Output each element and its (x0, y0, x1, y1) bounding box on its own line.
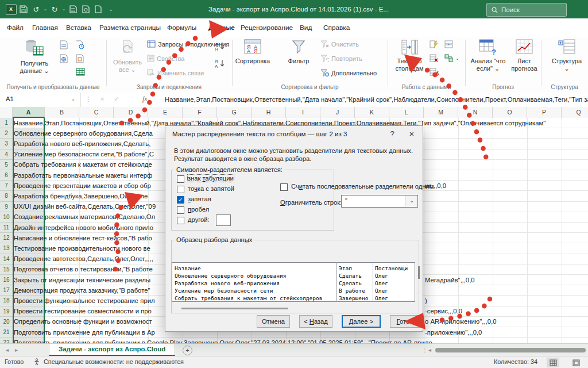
delimiter-checkbox-1[interactable] (177, 175, 184, 183)
name-box[interactable]: A1 ⌄ (0, 93, 81, 107)
redo-dropdown-icon[interactable]: ⌄ (61, 3, 67, 16)
tabbar-splitter-icon[interactable]: ⋮ (422, 344, 428, 356)
tab-Главная[interactable]: Главная (30, 18, 60, 37)
tab-Разметка страницы[interactable]: Разметка страницы (98, 18, 163, 37)
tab-Рецензирование[interactable]: Рецензирование (239, 18, 295, 37)
column-header-C[interactable]: C (79, 107, 114, 118)
row-header-6[interactable]: 6 (0, 170, 13, 181)
tab-Справка[interactable]: Справка (322, 18, 351, 37)
row-header-14[interactable]: 14 (0, 254, 13, 264)
page-layout-view-icon[interactable] (570, 358, 582, 367)
row-header-13[interactable]: 13 (0, 243, 13, 254)
column-header-J[interactable]: J (320, 107, 355, 118)
sort-asc-icon[interactable]: АЯ (215, 41, 226, 51)
row-header-8[interactable]: 8 (0, 191, 13, 201)
normal-view-icon[interactable] (547, 358, 559, 367)
column-header-B[interactable]: B (45, 107, 79, 118)
next-button[interactable]: Далее > (342, 315, 381, 328)
tab-Формулы[interactable]: Формулы (165, 18, 198, 37)
column-header-F[interactable]: F (183, 107, 217, 118)
column-header-O[interactable]: O (493, 107, 527, 118)
cancel-button[interactable]: Отмена (257, 315, 290, 328)
row-header-4[interactable]: 4 (0, 150, 13, 160)
row-header-19[interactable]: 19 (0, 306, 13, 317)
column-header-P[interactable]: P (527, 107, 562, 118)
row-header-9[interactable]: 9 (0, 202, 13, 212)
row-header-12[interactable]: 12 (0, 233, 13, 243)
other-delimiter-input[interactable] (216, 214, 231, 226)
delimiter-checkbox-5[interactable] (177, 217, 184, 224)
delimiter-checkbox-2[interactable] (177, 186, 184, 193)
sort-desc-icon[interactable]: ЯА (215, 59, 226, 68)
tab-Данные[interactable]: Данные (207, 18, 237, 39)
tab-Файл[interactable]: Файл (5, 18, 25, 37)
relationships-icon[interactable]: ⌄ (444, 54, 459, 62)
dialog-help-button[interactable]: ? (382, 126, 402, 142)
from-text-csv-icon[interactable] (60, 40, 68, 49)
column-header-A[interactable]: A (13, 107, 45, 118)
qat-customize-icon[interactable]: ⌄ (105, 3, 117, 16)
new-sheet-button[interactable]: + (183, 346, 192, 355)
remove-duplicates-icon[interactable] (430, 54, 439, 62)
column-header-Q[interactable]: Q (562, 107, 588, 118)
row-header-5[interactable]: 5 (0, 160, 13, 170)
hscroll-left-icon[interactable]: ◂ (428, 344, 431, 356)
delimiter-checkbox-3[interactable]: ✓ (177, 196, 184, 204)
sheet-nav-left-icon[interactable]: ◂ (6, 344, 9, 356)
select-all-corner[interactable] (0, 107, 13, 118)
insert-function-icon[interactable]: fx (142, 95, 148, 103)
consolidate-icon[interactable] (444, 40, 453, 48)
column-header-E[interactable]: E (148, 107, 183, 118)
flash-fill-icon[interactable] (430, 40, 438, 48)
column-header-K[interactable]: K (355, 107, 389, 118)
undo-icon[interactable]: ↺ (30, 3, 42, 16)
column-header-I[interactable]: I (286, 107, 320, 118)
text-qualifier-dropdown-icon[interactable]: ⌄ (405, 195, 417, 207)
row-header-17[interactable]: 17 (0, 285, 13, 296)
formula-input[interactable]: Название,Этап,Постановщик,Ответственный,… (165, 93, 588, 107)
accessibility-status[interactable]: Специальные возможности: не поддерживают… (44, 358, 184, 365)
row-header-11[interactable]: 11 (0, 223, 13, 233)
row-header-1[interactable]: 1 (0, 118, 13, 128)
back-button[interactable]: < Назад (299, 315, 332, 328)
search-input[interactable]: Поиск (486, 3, 567, 17)
column-header-N[interactable]: N (458, 107, 493, 118)
forecast-sheet-button[interactable]: Листпрогноза (509, 39, 540, 72)
column-header-L[interactable]: L (389, 107, 424, 118)
row-header-16[interactable]: 16 (0, 275, 13, 285)
row-header-21[interactable]: 21 (0, 327, 13, 338)
row-header-18[interactable]: 18 (0, 296, 13, 306)
data-validation-icon[interactable] (430, 68, 439, 76)
undo-dropdown-icon[interactable]: ⌄ (42, 3, 48, 16)
get-data-button[interactable]: Получитьданные ⌄ (13, 39, 56, 75)
from-table-range-icon[interactable] (76, 68, 85, 76)
existing-connections-icon[interactable] (76, 54, 84, 63)
recent-sources-icon[interactable] (76, 40, 84, 49)
row-header-15[interactable]: 15 (0, 264, 13, 275)
name-box-dropdown-icon[interactable]: ⌄ (71, 97, 75, 102)
what-if-analysis-button[interactable]: ? Анализ "чтоесли" ⌄ (470, 39, 506, 72)
preview-horizontal-scrollbar[interactable] (181, 308, 288, 309)
filter-button[interactable]: Фильтр (283, 39, 315, 65)
tab-Вставка[interactable]: Вставка (64, 18, 93, 37)
print-preview-icon[interactable] (79, 3, 92, 16)
row-header-10[interactable]: 10 (0, 212, 13, 223)
save-icon[interactable] (17, 3, 30, 16)
row-header-2[interactable]: 2 (0, 128, 13, 139)
row-header-7[interactable]: 7 (0, 181, 13, 191)
sort-dialog-button[interactable]: ЯА АЯ Сортировка (232, 39, 273, 65)
text-to-columns-button[interactable]: Текст постолбцам (390, 39, 428, 72)
excel-app-icon[interactable]: X (5, 3, 17, 16)
count-indicator[interactable]: Количество: 34 (494, 358, 537, 365)
treat-consecutive-checkbox[interactable] (280, 183, 288, 191)
row-header-22[interactable]: 22 (0, 338, 13, 343)
finish-button[interactable]: Готово (390, 315, 423, 328)
print-icon[interactable] (67, 3, 79, 16)
outline-button[interactable]: Структура⌄ (548, 39, 585, 72)
column-header-G[interactable]: G (217, 107, 252, 118)
row-header-20[interactable]: 20 (0, 317, 13, 327)
advanced-filter-button[interactable]: Дополнительно (320, 69, 377, 76)
data-preview-area[interactable]: НазваниеЭтапПостановщиОбновление серверн… (172, 262, 415, 302)
text-qualifier-select[interactable]: " ⌄ (341, 195, 418, 208)
dialog-close-button[interactable]: × (402, 126, 421, 142)
